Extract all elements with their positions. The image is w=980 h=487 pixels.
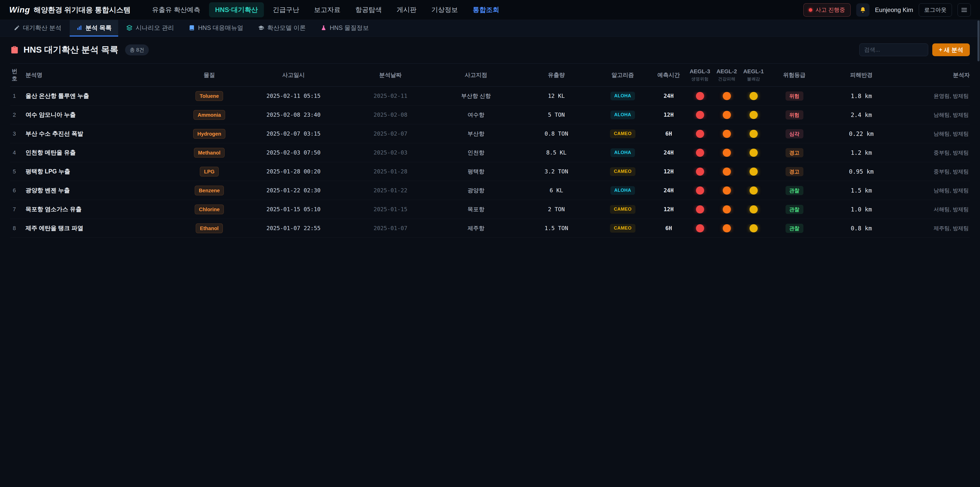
incident-location: 여수항 <box>434 111 518 119</box>
analysis-row[interactable]: 4인천항 메탄올 유출Methanol2025-02-03 07:502025-… <box>10 143 970 162</box>
damage-radius: 0.95 km <box>822 168 901 175</box>
spill-amount: 6 KL <box>518 187 595 193</box>
analyst: 남해팀, 방제팀 <box>901 130 970 137</box>
analysis-name[interactable]: 여수 암모니아 누출 <box>25 111 179 119</box>
hamburger-icon <box>961 6 967 13</box>
analysis-name[interactable]: 인천항 메탄올 유출 <box>25 148 179 156</box>
aegl3-indicator <box>696 168 704 176</box>
clipboard-icon <box>10 45 19 54</box>
nav-integrated-search[interactable]: 통합조회 <box>466 2 505 18</box>
tab-hns-substance-info[interactable]: HNS 물질정보 <box>314 20 375 37</box>
tab-label: 대기확산 분석 <box>23 24 62 32</box>
logout-button[interactable]: 로그아웃 <box>919 3 952 17</box>
nav-emergency-rescue[interactable]: 긴급구난 <box>266 2 305 18</box>
page-header: HNS 대기확산 분석 목록 총 8건 + 새 분석 <box>10 43 970 56</box>
tab-atmospheric-analysis[interactable]: 대기확산 분석 <box>7 20 68 37</box>
row-number: 6 <box>10 187 25 194</box>
tab-label: 분석 목록 <box>86 24 112 32</box>
header-radius: 피해반경 <box>822 71 901 79</box>
aegl1-cell <box>740 111 767 119</box>
row-number: 4 <box>10 149 25 156</box>
aegl2-cell <box>713 148 740 157</box>
nav-hns-atmospheric[interactable]: HNS·대기확산 <box>209 2 264 18</box>
row-number: 1 <box>10 93 25 99</box>
grade-cell: 위험 <box>767 91 822 101</box>
analysis-date: 2025-02-03 <box>347 149 434 156</box>
brand[interactable]: Wing 해양환경 위기대응 통합시스템 <box>9 5 130 15</box>
risk-grade-badge: 위험 <box>786 91 803 101</box>
grade-cell: 관찰 <box>767 186 822 195</box>
aegl3-indicator <box>696 130 704 138</box>
analysis-row[interactable]: 3부산 수소 추진선 폭발Hydrogen2025-02-07 03:15202… <box>10 125 970 143</box>
analysis-name[interactable]: 광양항 벤젠 누출 <box>25 187 179 194</box>
substance-badge: Chlorine <box>195 204 224 214</box>
spill-amount: 3.2 TON <box>518 168 595 175</box>
graduation-cap-icon <box>258 25 264 31</box>
substance-badge: Hydrogen <box>193 129 225 139</box>
substance-badge: Benzene <box>195 186 224 195</box>
incident-status-label: 사고 진행중 <box>815 6 845 14</box>
damage-radius: 1.5 km <box>822 187 901 194</box>
aegl1-cell <box>740 224 767 232</box>
analysis-row[interactable]: 2여수 암모니아 누출Ammonia2025-02-08 23:402025-0… <box>10 105 970 125</box>
section-tab-bar: 대기확산 분석 분석 목록 시나리오 관리 HNS 대응매뉴얼 확산모델 이론 … <box>0 20 980 37</box>
analyst: 제주팀, 방제팀 <box>901 225 970 232</box>
tab-diffusion-model-theory[interactable]: 확산모델 이론 <box>251 20 312 37</box>
analysis-name[interactable]: 울산 온산항 톨루엔 누출 <box>25 92 179 100</box>
aegl3-cell <box>687 92 713 100</box>
row-number: 3 <box>10 131 25 137</box>
scrollbar-thumb[interactable] <box>977 21 980 61</box>
header-datetime: 사고일시 <box>240 71 347 79</box>
aegl2-indicator <box>723 224 731 232</box>
damage-radius: 1.0 km <box>822 206 901 213</box>
analysis-row[interactable]: 7목포항 염소가스 유출Chlorine2025-01-15 05:102025… <box>10 200 970 219</box>
algorithm-badge: CAMEO <box>610 167 635 176</box>
app-title: 해양환경 위기대응 통합시스템 <box>34 5 130 15</box>
spill-amount: 12 KL <box>518 93 595 99</box>
menu-button[interactable] <box>958 3 971 17</box>
page-scrollbar[interactable] <box>977 21 980 485</box>
header-analyst: 분석자 <box>901 71 970 79</box>
analysis-row[interactable]: 6광양항 벤젠 누출Benzene2025-01-22 02:302025-01… <box>10 181 970 200</box>
search-input[interactable] <box>859 43 928 56</box>
incident-status-badge: 사고 진행중 <box>803 3 850 17</box>
algorithm-badge: ALOHA <box>611 148 635 157</box>
substance-cell: Methanol <box>179 148 240 158</box>
aegl2-cell <box>713 92 740 100</box>
analysis-row[interactable]: 1울산 온산항 톨루엔 누출Toluene2025-02-11 05:15202… <box>10 86 970 105</box>
aegl3-indicator <box>696 92 704 100</box>
incident-location: 부산항 신항 <box>434 92 518 100</box>
nav-reports[interactable]: 보고자료 <box>308 2 347 18</box>
nav-weather-info[interactable]: 기상정보 <box>425 2 464 18</box>
analysis-row[interactable]: 8제주 에탄올 탱크 파열Ethanol2025-01-07 22:552025… <box>10 219 970 238</box>
header-algorithm: 알고리즘 <box>595 71 651 79</box>
main-nav: 유출유 확산예측 HNS·대기확산 긴급구난 보고자료 항공탐색 게시판 기상정… <box>146 2 505 18</box>
substance-cell: Ethanol <box>179 224 240 233</box>
incident-location: 제주항 <box>434 225 518 232</box>
nav-oil-spill-forecast[interactable]: 유출유 확산예측 <box>146 2 206 18</box>
aegl1-indicator <box>749 130 758 138</box>
notifications-button[interactable] <box>856 3 870 17</box>
analysis-name[interactable]: 목포항 염소가스 유출 <box>25 205 179 213</box>
analysis-name[interactable]: 평택항 LPG 누출 <box>25 168 179 176</box>
layers-icon <box>126 25 132 31</box>
row-number: 5 <box>10 168 25 175</box>
tab-hns-response-manual[interactable]: HNS 대응매뉴얼 <box>182 20 250 37</box>
nav-aerial-search[interactable]: 항공탐색 <box>349 2 388 18</box>
analyst: 남해팀, 방제팀 <box>901 111 970 118</box>
header-location: 사고지점 <box>434 71 518 79</box>
analysis-name[interactable]: 부산 수소 추진선 폭발 <box>25 130 179 138</box>
analysis-date: 2025-02-08 <box>347 112 434 118</box>
aegl2-cell <box>713 111 740 119</box>
aegl2-cell <box>713 205 740 214</box>
algorithm-cell: ALOHA <box>595 110 651 119</box>
risk-grade-badge: 위험 <box>786 110 803 120</box>
pencil-icon <box>14 25 20 31</box>
analysis-row[interactable]: 5평택항 LPG 누출LPG2025-01-28 00:202025-01-28… <box>10 162 970 181</box>
analysis-name[interactable]: 제주 에탄올 탱크 파열 <box>25 224 179 232</box>
aegl2-indicator <box>723 205 731 214</box>
new-analysis-button[interactable]: + 새 분석 <box>932 43 970 56</box>
tab-scenario-management[interactable]: 시나리오 관리 <box>120 20 181 37</box>
tab-analysis-list[interactable]: 분석 목록 <box>70 20 118 37</box>
nav-board[interactable]: 게시판 <box>390 2 423 18</box>
